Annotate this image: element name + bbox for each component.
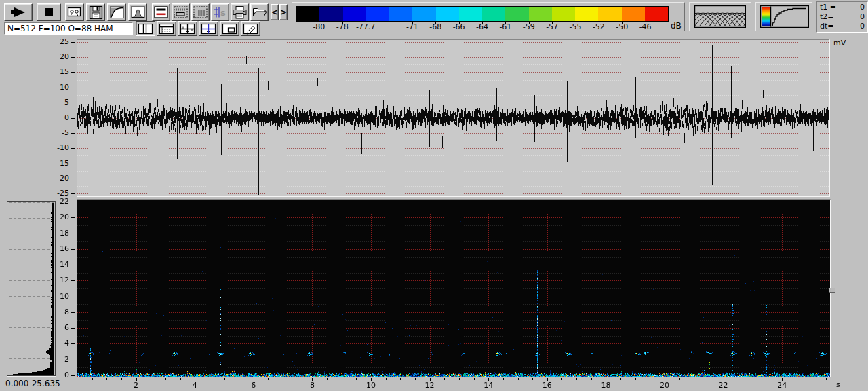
palette-curve-panel[interactable] (755, 2, 812, 31)
annotate-button[interactable] (241, 21, 260, 36)
spectrogram-y-tick (71, 343, 75, 344)
display-range-button[interactable] (152, 3, 170, 21)
spectrogram-y-tick (71, 280, 75, 281)
spectrogram-x-tick (753, 378, 753, 380)
colorbar-segment (436, 7, 459, 21)
tape-deck-button[interactable] (65, 3, 84, 21)
spectrogram-y-tick-label: 20 (49, 213, 69, 221)
save-button[interactable] (86, 3, 105, 21)
spectrogram-x-tick (679, 378, 680, 380)
waveform-y-tick (71, 133, 75, 134)
spectrogram-x-tick-label: 10 (362, 381, 380, 390)
play-icon (9, 6, 27, 18)
colorbar-segment (343, 7, 366, 21)
waveform-y-tick-label: 15 (49, 68, 69, 76)
spectrogram-x-tick (356, 378, 357, 380)
spectrogram-x-tick (180, 378, 181, 380)
spectrogram-x-tick-label: 8 (303, 381, 321, 390)
spectrogram-x-tick (768, 378, 768, 380)
spectrogram-x-tick (826, 378, 827, 380)
transfer-curve-button[interactable] (107, 3, 126, 21)
spectrogram-x-tick (444, 378, 445, 380)
colorbar-tick (319, 22, 319, 24)
spectrogram-x-tick (400, 378, 401, 380)
color-mapping-curve-icon (760, 5, 809, 28)
spectrogram-x-tick (812, 378, 812, 380)
display-range-icon (153, 5, 169, 19)
time-cursor-label: t1 = (820, 3, 836, 12)
scroll-right-button[interactable]: > (279, 4, 288, 20)
scale-settings-button[interactable]: s (211, 3, 229, 21)
spectrogram-x-tick (239, 378, 239, 380)
selection-fill-icon (193, 5, 208, 19)
spectrogram-x-tick (151, 378, 151, 380)
spectrogram-y-tick (71, 297, 75, 297)
window-function-button[interactable] (128, 3, 147, 21)
spectrogram-y-tick (71, 312, 75, 313)
waveform-y-tick-label: -15 (49, 160, 69, 168)
colorbar-tick (529, 22, 530, 24)
spectrogram-x-tick (518, 378, 519, 380)
annotate-pencil-icon (243, 23, 258, 35)
splitter-handle[interactable] (829, 288, 835, 293)
fft-settings-text: N=512 F=100 O=88 HAM (7, 24, 113, 33)
colorbar-segment (296, 7, 319, 21)
spectrogram-y-tick-label: 14 (49, 261, 69, 269)
open-folder-button[interactable] (250, 3, 269, 21)
spectrogram-x-tick (298, 378, 298, 380)
waveform-y-tick (71, 148, 75, 149)
spectrogram-canvas[interactable] (77, 200, 830, 377)
waveform-plot[interactable] (77, 39, 830, 197)
window-overlap-panel[interactable] (689, 2, 751, 31)
waveform-y-tick-label: 5 (49, 98, 69, 107)
db-colorbar[interactable] (296, 6, 669, 22)
print-button[interactable] (231, 3, 249, 21)
waveform-y-tick (71, 193, 75, 194)
selection-fill-button[interactable] (191, 3, 210, 21)
colorbar-segment (482, 7, 505, 21)
waveform-canvas[interactable] (77, 40, 829, 196)
layout-quad-cursor-button[interactable] (199, 21, 218, 36)
spectrogram-plot[interactable] (77, 199, 831, 377)
spectrogram-x-tick (459, 378, 460, 380)
spectrogram-y-tick-label: 16 (49, 245, 69, 253)
transfer-curve-icon (109, 5, 125, 19)
time-range-label: 0.000-25.635 (5, 379, 60, 388)
spectrum-profile-panel[interactable] (7, 201, 56, 376)
layout-rows-icon (159, 23, 174, 35)
spectrogram-x-tick-label: 6 (245, 381, 262, 390)
spectrogram-y-tick (71, 234, 75, 234)
colorbar-segment (529, 7, 552, 21)
spectrogram-x-tick (797, 378, 797, 380)
play-button[interactable] (4, 3, 33, 21)
stop-button[interactable] (37, 3, 61, 21)
time-cursor-label: dt= (820, 22, 834, 31)
spectrogram-x-tick-label: 16 (538, 381, 556, 390)
waveform-unit-label: mV (833, 39, 846, 48)
spectrogram-x-tick (576, 378, 577, 380)
waveform-y-tick (71, 164, 75, 164)
overlapping-windows-icon (694, 5, 746, 28)
spectrogram-y-tick-label: 6 (49, 324, 69, 332)
selection-ruler-button[interactable] (172, 3, 190, 21)
colorbar-tick (622, 22, 623, 24)
layout-columns-button[interactable] (136, 21, 155, 36)
layout-rows-button[interactable] (157, 21, 176, 36)
scroll-left-button[interactable]: < (271, 4, 279, 20)
colorbar-unit-label: dB (671, 21, 682, 31)
spectrogram-y-tick (71, 249, 75, 250)
spectrogram-x-tick-label: 18 (597, 381, 614, 390)
spectrogram-x-tick (503, 378, 504, 380)
layout-quad-button[interactable] (178, 21, 197, 36)
layout-inset-button[interactable] (220, 21, 239, 36)
spectrogram-x-tick (620, 378, 621, 380)
colorbar-segment (645, 7, 668, 21)
time-cursor-value: 0 (860, 22, 865, 31)
waveform-y-tick-label: -20 (49, 174, 69, 183)
signal-analyzer-window: s < > -80-78-77.7-71-68-66-64-61-59-57-5… (0, 0, 868, 391)
time-cursor-value: 0 (860, 3, 865, 12)
time-cursor-value: 0 (860, 12, 865, 22)
spectrogram-x-tick (694, 378, 694, 380)
fft-settings-field: N=512 F=100 O=88 HAM (4, 22, 133, 35)
colorbar-panel: -80-78-77.7-71-68-66-64-61-59-57-55-52-5… (292, 2, 685, 31)
